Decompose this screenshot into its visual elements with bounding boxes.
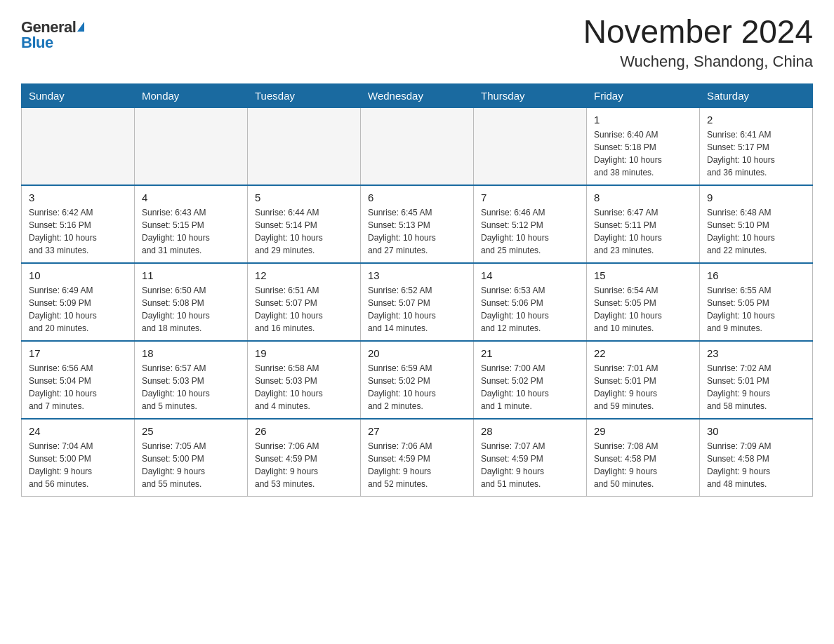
day-number: 17 (29, 347, 127, 359)
calendar-day-cell: 18Sunrise: 6:57 AMSunset: 5:03 PMDayligh… (135, 341, 248, 419)
weekday-header-wednesday: Wednesday (361, 83, 474, 107)
day-number: 11 (142, 269, 240, 281)
calendar-day-cell: 22Sunrise: 7:01 AMSunset: 5:01 PMDayligh… (587, 341, 700, 419)
day-info: Sunrise: 6:41 AMSunset: 5:17 PMDaylight:… (707, 128, 805, 179)
day-number: 27 (368, 425, 466, 437)
weekday-header-row: SundayMondayTuesdayWednesdayThursdayFrid… (22, 83, 813, 107)
day-number: 24 (29, 425, 127, 437)
title-block: November 2024 Wucheng, Shandong, China (583, 14, 813, 71)
calendar-day-cell: 16Sunrise: 6:55 AMSunset: 5:05 PMDayligh… (700, 263, 813, 341)
calendar-day-cell: 5Sunrise: 6:44 AMSunset: 5:14 PMDaylight… (248, 185, 361, 263)
day-number: 29 (594, 425, 692, 437)
day-number: 20 (368, 347, 466, 359)
calendar-week-row: 17Sunrise: 6:56 AMSunset: 5:04 PMDayligh… (22, 341, 813, 419)
weekday-header-sunday: Sunday (22, 83, 135, 107)
calendar-day-cell: 25Sunrise: 7:05 AMSunset: 5:00 PMDayligh… (135, 419, 248, 497)
day-info: Sunrise: 6:57 AMSunset: 5:03 PMDaylight:… (142, 362, 240, 412)
calendar-day-cell (22, 107, 135, 185)
calendar-day-cell: 29Sunrise: 7:08 AMSunset: 4:58 PMDayligh… (587, 419, 700, 497)
calendar-day-cell (474, 107, 587, 185)
day-info: Sunrise: 7:08 AMSunset: 4:58 PMDaylight:… (594, 440, 692, 490)
day-number: 12 (255, 269, 353, 281)
calendar-day-cell: 30Sunrise: 7:09 AMSunset: 4:58 PMDayligh… (700, 419, 813, 497)
day-info: Sunrise: 7:00 AMSunset: 5:02 PMDaylight:… (481, 362, 579, 412)
day-number: 15 (594, 269, 692, 281)
day-number: 10 (29, 269, 127, 281)
calendar-week-row: 24Sunrise: 7:04 AMSunset: 5:00 PMDayligh… (22, 419, 813, 497)
calendar-day-cell: 15Sunrise: 6:54 AMSunset: 5:05 PMDayligh… (587, 263, 700, 341)
day-info: Sunrise: 6:42 AMSunset: 5:16 PMDaylight:… (29, 206, 127, 257)
day-info: Sunrise: 7:01 AMSunset: 5:01 PMDaylight:… (594, 362, 692, 412)
day-info: Sunrise: 7:09 AMSunset: 4:58 PMDaylight:… (707, 440, 805, 490)
calendar-day-cell (361, 107, 474, 185)
day-number: 2 (707, 114, 805, 126)
weekday-header-thursday: Thursday (474, 83, 587, 107)
calendar-week-row: 3Sunrise: 6:42 AMSunset: 5:16 PMDaylight… (22, 185, 813, 263)
calendar-day-cell: 20Sunrise: 6:59 AMSunset: 5:02 PMDayligh… (361, 341, 474, 419)
day-info: Sunrise: 6:56 AMSunset: 5:04 PMDaylight:… (29, 362, 127, 412)
day-info: Sunrise: 6:44 AMSunset: 5:14 PMDaylight:… (255, 206, 353, 257)
calendar-day-cell: 17Sunrise: 6:56 AMSunset: 5:04 PMDayligh… (22, 341, 135, 419)
day-number: 22 (594, 347, 692, 359)
calendar-table: SundayMondayTuesdayWednesdayThursdayFrid… (21, 83, 813, 497)
calendar-day-cell: 4Sunrise: 6:43 AMSunset: 5:15 PMDaylight… (135, 185, 248, 263)
calendar-day-cell: 10Sunrise: 6:49 AMSunset: 5:09 PMDayligh… (22, 263, 135, 341)
day-info: Sunrise: 6:51 AMSunset: 5:07 PMDaylight:… (255, 284, 353, 335)
calendar-day-cell: 6Sunrise: 6:45 AMSunset: 5:13 PMDaylight… (361, 185, 474, 263)
weekday-header-friday: Friday (587, 83, 700, 107)
calendar-day-cell (135, 107, 248, 185)
day-info: Sunrise: 7:06 AMSunset: 4:59 PMDaylight:… (368, 440, 466, 490)
day-info: Sunrise: 7:05 AMSunset: 5:00 PMDaylight:… (142, 440, 240, 490)
day-number: 7 (481, 192, 579, 203)
day-number: 21 (481, 347, 579, 359)
calendar-day-cell: 11Sunrise: 6:50 AMSunset: 5:08 PMDayligh… (135, 263, 248, 341)
day-info: Sunrise: 6:50 AMSunset: 5:08 PMDaylight:… (142, 284, 240, 335)
calendar-day-cell: 8Sunrise: 6:47 AMSunset: 5:11 PMDaylight… (587, 185, 700, 263)
day-info: Sunrise: 7:06 AMSunset: 4:59 PMDaylight:… (255, 440, 353, 490)
day-number: 16 (707, 269, 805, 281)
calendar-day-cell: 9Sunrise: 6:48 AMSunset: 5:10 PMDaylight… (700, 185, 813, 263)
calendar-day-cell: 21Sunrise: 7:00 AMSunset: 5:02 PMDayligh… (474, 341, 587, 419)
calendar-day-cell: 14Sunrise: 6:53 AMSunset: 5:06 PMDayligh… (474, 263, 587, 341)
day-number: 14 (481, 269, 579, 281)
day-info: Sunrise: 6:55 AMSunset: 5:05 PMDaylight:… (707, 284, 805, 335)
day-info: Sunrise: 6:43 AMSunset: 5:15 PMDaylight:… (142, 206, 240, 257)
calendar-day-cell: 28Sunrise: 7:07 AMSunset: 4:59 PMDayligh… (474, 419, 587, 497)
calendar-day-cell: 19Sunrise: 6:58 AMSunset: 5:03 PMDayligh… (248, 341, 361, 419)
day-info: Sunrise: 6:48 AMSunset: 5:10 PMDaylight:… (707, 206, 805, 257)
calendar-day-cell: 12Sunrise: 6:51 AMSunset: 5:07 PMDayligh… (248, 263, 361, 341)
logo-triangle-icon (77, 22, 84, 32)
calendar-location: Wucheng, Shandong, China (583, 53, 813, 71)
day-number: 3 (29, 192, 127, 203)
day-info: Sunrise: 6:40 AMSunset: 5:18 PMDaylight:… (594, 128, 692, 179)
day-number: 25 (142, 425, 240, 437)
day-number: 23 (707, 347, 805, 359)
day-info: Sunrise: 7:07 AMSunset: 4:59 PMDaylight:… (481, 440, 579, 490)
calendar-day-cell: 13Sunrise: 6:52 AMSunset: 5:07 PMDayligh… (361, 263, 474, 341)
logo: General Blue (21, 18, 84, 52)
day-info: Sunrise: 6:45 AMSunset: 5:13 PMDaylight:… (368, 206, 466, 257)
weekday-header-saturday: Saturday (700, 83, 813, 107)
weekday-header-monday: Monday (135, 83, 248, 107)
calendar-day-cell: 3Sunrise: 6:42 AMSunset: 5:16 PMDaylight… (22, 185, 135, 263)
calendar-week-row: 1Sunrise: 6:40 AMSunset: 5:18 PMDaylight… (22, 107, 813, 185)
day-number: 8 (594, 192, 692, 203)
calendar-day-cell: 23Sunrise: 7:02 AMSunset: 5:01 PMDayligh… (700, 341, 813, 419)
calendar-week-row: 10Sunrise: 6:49 AMSunset: 5:09 PMDayligh… (22, 263, 813, 341)
day-number: 18 (142, 347, 240, 359)
day-info: Sunrise: 6:54 AMSunset: 5:05 PMDaylight:… (594, 284, 692, 335)
day-info: Sunrise: 6:49 AMSunset: 5:09 PMDaylight:… (29, 284, 127, 335)
day-info: Sunrise: 7:04 AMSunset: 5:00 PMDaylight:… (29, 440, 127, 490)
day-info: Sunrise: 6:58 AMSunset: 5:03 PMDaylight:… (255, 362, 353, 412)
day-number: 1 (594, 114, 692, 126)
weekday-header-tuesday: Tuesday (248, 83, 361, 107)
day-info: Sunrise: 6:52 AMSunset: 5:07 PMDaylight:… (368, 284, 466, 335)
day-number: 30 (707, 425, 805, 437)
day-info: Sunrise: 6:53 AMSunset: 5:06 PMDaylight:… (481, 284, 579, 335)
calendar-day-cell: 2Sunrise: 6:41 AMSunset: 5:17 PMDaylight… (700, 107, 813, 185)
day-number: 13 (368, 269, 466, 281)
calendar-day-cell (248, 107, 361, 185)
calendar-day-cell: 24Sunrise: 7:04 AMSunset: 5:00 PMDayligh… (22, 419, 135, 497)
day-number: 4 (142, 192, 240, 203)
calendar-title: November 2024 (583, 14, 813, 50)
